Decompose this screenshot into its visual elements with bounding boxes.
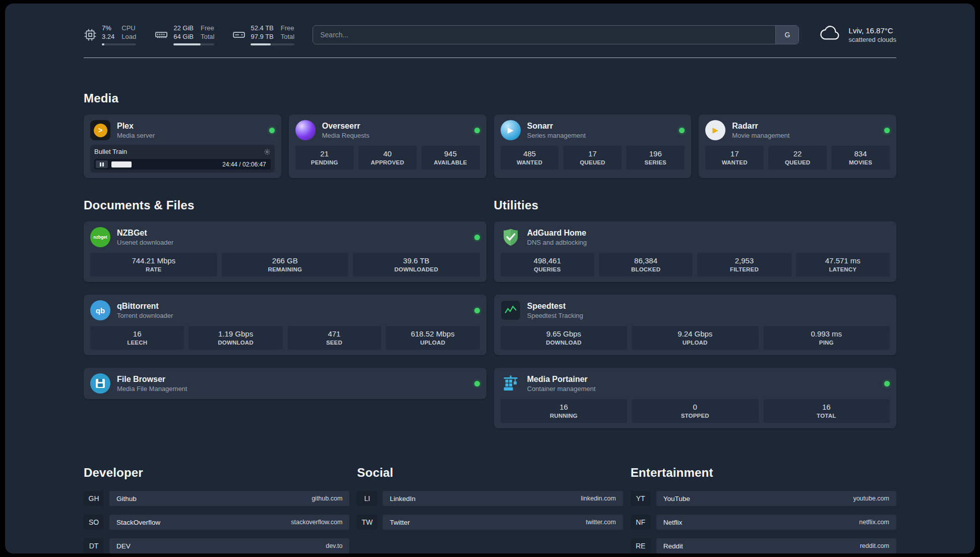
status-dot: [884, 128, 890, 133]
service-card-sonarr[interactable]: ▶ Sonarr Series management 485 WANTED: [494, 115, 692, 178]
playback-time: 24:44 / 02:06:47: [222, 161, 266, 168]
nzbget-icon: nzbget: [90, 227, 110, 247]
header-divider: [84, 58, 896, 58]
memory-free-label: Free: [201, 24, 214, 32]
memory-icon: [154, 28, 168, 41]
service-name: Sonarr: [527, 122, 586, 131]
stat-series: 196 SERIES: [626, 146, 685, 170]
section-title-media: Media: [84, 91, 896, 105]
bookmark-reddit: RE Reddit reddit.com: [631, 538, 896, 553]
status-dot: [474, 308, 480, 313]
memory-total-label: Total: [201, 32, 214, 41]
service-card-plex[interactable]: > Plex Media server Bullet Train: [84, 115, 281, 178]
bookmark-link[interactable]: Netflix netflix.com: [656, 515, 896, 530]
stat-rate: 744.21 Mbps RATE: [90, 253, 217, 276]
service-description: Media Requests: [322, 132, 370, 139]
adguard-shield-icon: [501, 227, 521, 247]
disk-total-label: Total: [281, 32, 294, 41]
cloud-icon: [819, 25, 842, 44]
bookmark-link[interactable]: Github github.com: [109, 491, 349, 506]
stat-blocked: 86,384 BLOCKED: [599, 253, 693, 276]
pause-icon[interactable]: [96, 160, 108, 168]
service-card-overseerr[interactable]: Overseerr Media Requests 21 PENDING 40 A…: [289, 115, 486, 178]
weather-widget: Lviv, 16.87°C scattered clouds: [819, 25, 896, 44]
bookmark-abbr: NF: [631, 515, 651, 530]
status-dot: [474, 381, 480, 386]
gear-icon[interactable]: [264, 148, 271, 155]
section-title-utilities: Utilities: [494, 198, 897, 212]
portainer-crane-icon: [501, 373, 521, 394]
bookmark-abbr: YT: [631, 491, 651, 506]
section-media: Media > Plex Media server Bullet Tr: [84, 91, 896, 178]
stat-pending: 21 PENDING: [295, 146, 354, 170]
stat-total: 16 TOTAL: [763, 399, 890, 423]
bookmark-link[interactable]: Reddit reddit.com: [656, 538, 896, 553]
section-title-social: Social: [357, 466, 623, 480]
bookmark-link[interactable]: DEV dev.to: [109, 538, 349, 553]
stat-seed: 471 SEED: [287, 326, 381, 350]
search-provider-button[interactable]: G: [775, 26, 799, 44]
service-card-radarr[interactable]: ▶ Radarr Movie management 17 WANTED: [699, 115, 896, 178]
service-name: NZBGet: [117, 229, 173, 238]
service-name: Media Portainer: [527, 375, 596, 384]
memory-usage-bar: [173, 43, 214, 45]
filebrowser-icon: [90, 373, 110, 394]
overseerr-icon: [295, 120, 316, 140]
plex-icon: >: [90, 120, 110, 140]
weather-location: Lviv, 16.87°C: [848, 26, 896, 35]
search-bar: G: [313, 25, 799, 44]
section-title-entertainment: Entertainment: [631, 466, 896, 480]
memory-free-value: 22 GiB: [173, 24, 194, 32]
disk-widget: 52.4 TB 97.9 TB Free Total: [232, 24, 294, 45]
disk-icon: [232, 28, 246, 41]
bookmark-link[interactable]: Twitter twitter.com: [383, 515, 623, 530]
top-bar: 7% 3.24 CPU Load: [84, 4, 896, 45]
service-card-filebrowser[interactable]: File Browser Media File Management: [84, 368, 486, 399]
service-name: qBittorrent: [117, 302, 173, 311]
disk-usage-bar: [251, 43, 294, 45]
bookmark-linkedin: LI LinkedIn linkedin.com: [357, 491, 623, 506]
stat-latency: 47.571 ms LATENCY: [796, 253, 890, 276]
now-playing-widget: Bullet Train 24:44 / 02:06:4: [90, 145, 275, 173]
bookmark-link[interactable]: StackOverflow stackoverflow.com: [109, 515, 349, 530]
bookmark-abbr: LI: [357, 491, 377, 506]
radarr-icon: ▶: [705, 120, 725, 140]
bookmark-group-social: Social LI LinkedIn linkedin.com TW Twitt…: [357, 466, 623, 553]
status-dot: [679, 128, 685, 133]
stat-available: 945 AVAILABLE: [421, 146, 480, 170]
bookmark-abbr: RE: [631, 538, 651, 553]
status-dot: [474, 128, 480, 133]
progress-track[interactable]: [111, 161, 219, 168]
service-name: Overseerr: [322, 122, 370, 131]
section-title-developer: Developer: [84, 466, 349, 480]
section-title-documents: Documents & Files: [84, 198, 486, 212]
now-playing-title: Bullet Train: [94, 148, 127, 155]
service-name: Radarr: [732, 122, 789, 131]
bookmark-netflix: NF Netflix netflix.com: [631, 515, 896, 530]
service-card-qbittorrent[interactable]: qb qBittorrent Torrent downloader 16 LEE…: [84, 295, 486, 355]
service-card-portainer[interactable]: Media Portainer Container management 16 …: [494, 368, 897, 428]
service-card-adguard[interactable]: AdGuard Home DNS and adblocking 498,461 …: [494, 221, 897, 282]
stat-movies: 834 MOVIES: [831, 146, 890, 170]
stat-wanted: 485 WANTED: [501, 146, 559, 170]
service-card-speedtest[interactable]: Speedtest Speedtest Tracking 9.65 Gbps D…: [494, 295, 897, 355]
status-dot: [884, 381, 890, 386]
cpu-widget: 7% 3.24 CPU Load: [84, 24, 136, 45]
stat-remaining: 266 GB REMAINING: [222, 253, 349, 276]
bookmark-group-entertainment: Entertainment YT YouTube youtube.com NF …: [631, 466, 896, 553]
section-utilities: Utilities: [494, 198, 897, 428]
weather-condition: scattered clouds: [848, 36, 896, 43]
service-card-nzbget[interactable]: nzbget NZBGet Usenet downloader 744.21 M…: [84, 221, 486, 282]
stat-filtered: 2,953 FILTERED: [697, 253, 791, 276]
service-description: DNS and adblocking: [527, 239, 587, 246]
cpu-label: CPU: [121, 24, 136, 32]
bookmark-link[interactable]: YouTube youtube.com: [656, 491, 896, 506]
service-description: Usenet downloader: [117, 239, 173, 246]
stat-queries: 498,461 QUERIES: [501, 253, 594, 276]
stat-queued: 17 QUEUED: [563, 146, 622, 170]
stat-upload: 9.24 Gbps UPLOAD: [632, 326, 759, 350]
bookmark-link[interactable]: LinkedIn linkedin.com: [383, 491, 623, 506]
search-input[interactable]: [313, 26, 775, 44]
disk-total-value: 97.9 TB: [251, 32, 273, 41]
service-name: AdGuard Home: [527, 229, 587, 238]
